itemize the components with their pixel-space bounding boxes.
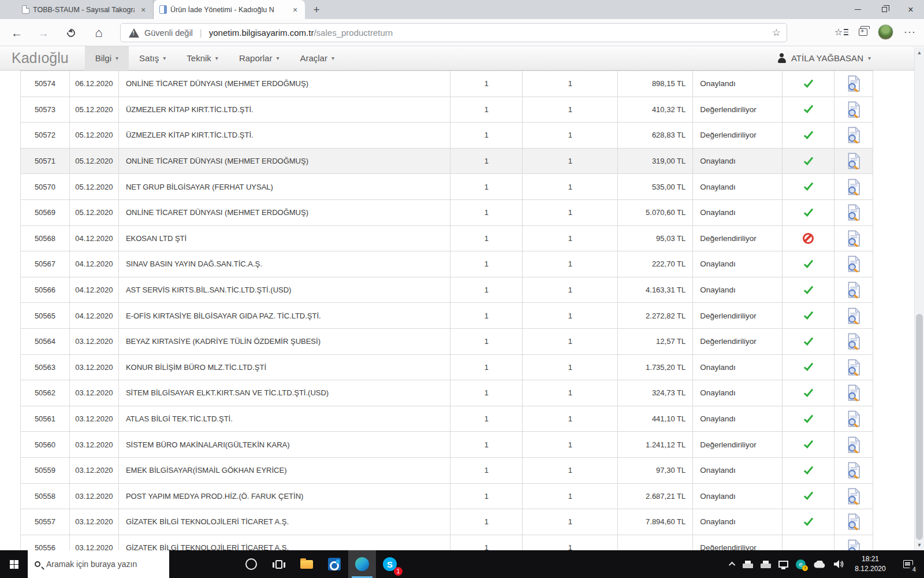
quantity-2: 1 xyxy=(523,251,618,277)
menu-araclar[interactable]: Araçlar▾ xyxy=(289,46,345,71)
add-favorite-star-icon[interactable]: ☆ xyxy=(772,27,781,39)
table-row[interactable]: 50565 04.12.2020 E-OFİS KIRTASİYE BİLGİS… xyxy=(20,303,873,329)
approved-check-icon xyxy=(803,129,813,139)
edge-button[interactable] xyxy=(348,550,376,578)
view-document-icon[interactable] xyxy=(846,75,862,92)
view-document-icon[interactable] xyxy=(846,539,862,550)
menu-teknik[interactable]: Teknik▾ xyxy=(176,46,229,71)
doc-cell xyxy=(834,458,873,483)
tab-tobb-staum[interactable]: TOBB-STAUM - Sayısal Takograf × xyxy=(16,0,154,19)
display-icon[interactable] xyxy=(778,561,788,568)
view-document-icon[interactable] xyxy=(846,333,862,350)
back-button[interactable]: ← xyxy=(8,24,25,42)
action-center-button[interactable]: 4 xyxy=(896,550,919,578)
home-button[interactable]: ⌂ xyxy=(90,24,107,42)
menu-raporlar[interactable]: Raporlar▾ xyxy=(229,46,290,71)
doc-cell xyxy=(834,484,873,509)
quantity-1: 1 xyxy=(450,226,523,251)
scroll-up-icon[interactable]: ▲ xyxy=(915,50,924,55)
taskbar-clock[interactable]: 18:21 8.12.2020 xyxy=(852,554,889,575)
view-document-icon[interactable] xyxy=(846,281,862,298)
start-button[interactable] xyxy=(0,550,28,578)
view-document-icon[interactable] xyxy=(846,410,862,427)
collections-icon[interactable] xyxy=(859,28,867,36)
table-row[interactable]: 50559 03.12.2020 EMEK BİLGİSAYAR(İSMAİL … xyxy=(20,458,873,484)
quantity-2: 1 xyxy=(523,97,618,123)
restore-button[interactable] xyxy=(871,0,897,19)
view-document-icon[interactable] xyxy=(846,359,862,376)
view-document-icon[interactable] xyxy=(846,179,862,195)
minimize-button[interactable] xyxy=(844,0,871,19)
outlook-button[interactable] xyxy=(321,550,348,578)
profile-avatar[interactable] xyxy=(878,24,893,40)
file-explorer-button[interactable] xyxy=(293,550,321,578)
user-menu[interactable]: ATİLA YAĞBASAN ▾ xyxy=(777,53,871,63)
close-window-button[interactable]: × xyxy=(897,0,924,19)
view-document-icon[interactable] xyxy=(846,101,862,118)
taskbar-search[interactable]: Aramak için buraya yazın xyxy=(28,550,169,578)
tray-time: 18:21 xyxy=(852,554,889,564)
view-document-icon[interactable] xyxy=(846,488,862,505)
address-bar[interactable]: Güvenli değil | yonetim.bilgisayarim.com… xyxy=(120,23,787,42)
antivirus-warning-icon[interactable]: e xyxy=(796,560,806,569)
table-row[interactable]: 50573 05.12.2020 ÜZMEZLER KİTAP KIRT.TİC… xyxy=(20,97,873,123)
view-document-icon[interactable] xyxy=(846,255,862,272)
table-row[interactable]: 50566 04.12.2020 AST SERVİS KIRTS.BİL.SA… xyxy=(20,277,873,303)
table-row[interactable]: 50570 05.12.2020 NET GRUP BİLGİSAYAR (FE… xyxy=(20,174,873,200)
status-icon-cell xyxy=(783,509,834,535)
view-document-icon[interactable] xyxy=(846,462,862,479)
menu-satis[interactable]: Satış▾ xyxy=(129,46,176,71)
return-date: 03.12.2020 xyxy=(70,406,119,432)
view-document-icon[interactable] xyxy=(846,230,862,247)
forward-button[interactable]: → xyxy=(35,24,52,42)
close-tab-icon[interactable]: × xyxy=(138,5,148,15)
quantity-1: 1 xyxy=(450,174,523,199)
page-scrollbar[interactable]: ▲ ▼ xyxy=(914,47,924,550)
scroll-down-icon[interactable]: ▼ xyxy=(915,542,924,548)
task-view-button[interactable] xyxy=(265,550,293,578)
view-document-icon[interactable] xyxy=(846,127,862,143)
approved-check-icon xyxy=(803,490,813,500)
table-row[interactable]: 50557 03.12.2020 GİZATEK BİLGİ TEKNOLOJİ… xyxy=(20,509,873,535)
table-row[interactable]: 50563 03.12.2020 KONUR BİLİŞİM BÜRO MLZ.… xyxy=(20,355,873,381)
tray-expand-icon[interactable] xyxy=(729,562,735,568)
table-row[interactable]: 50574 06.12.2020 ONLİNE TİCARET DÜNYASI … xyxy=(20,71,873,97)
table-row[interactable]: 50561 03.12.2020 ATLAS BİLGİ TEK.TİC.LTD… xyxy=(20,406,873,432)
table-row[interactable]: 50562 03.12.2020 SİTEM BİLGİSAYAR ELKT.K… xyxy=(20,380,873,406)
skype-button[interactable]: S 1 xyxy=(376,550,404,578)
onedrive-cloud-icon[interactable] xyxy=(813,561,826,568)
table-row[interactable]: 50558 03.12.2020 POST YAPIM MEDYA PROD.H… xyxy=(20,484,873,510)
status-label: Onaylandı xyxy=(693,71,783,97)
view-document-icon[interactable] xyxy=(846,384,862,401)
company-name: SİTEM BİLGİSAYAR ELKT.KIRT.SAN VE TİC.LT… xyxy=(119,380,451,406)
refresh-button[interactable] xyxy=(62,24,80,42)
table-row[interactable]: 50567 04.12.2020 SINAV BASIN YAYIN DAĞ.S… xyxy=(20,251,873,277)
printer-icon[interactable] xyxy=(761,561,771,568)
returns-table-body: 50574 06.12.2020 ONLİNE TİCARET DÜNYASI … xyxy=(20,71,873,550)
browser-menu-icon[interactable]: ··· xyxy=(904,26,916,38)
view-document-icon[interactable] xyxy=(846,204,862,221)
view-document-icon[interactable] xyxy=(846,513,862,530)
new-tab-button[interactable]: + xyxy=(308,2,325,18)
table-row[interactable]: 50556 03.12.2020 GİZATEK BİLGİ TEKNOLOJİ… xyxy=(20,535,873,550)
brand-logo[interactable]: Kadıoğlu xyxy=(12,50,69,66)
cortana-button[interactable] xyxy=(237,550,265,578)
scrollbar-thumb[interactable] xyxy=(916,314,923,540)
printer-icon[interactable] xyxy=(743,561,753,568)
tab-urun-iade[interactable]: Ürün İade Yönetimi - Kadıoğlu N × xyxy=(154,0,305,19)
table-row[interactable]: 50560 03.12.2020 SİSTEM BÜRO MAKİNALARI(… xyxy=(20,432,873,458)
table-row[interactable]: 50571 05.12.2020 ONLİNE TİCARET DÜNYASI … xyxy=(20,149,873,175)
favorites-icon[interactable]: ☆ xyxy=(834,27,848,38)
view-document-icon[interactable] xyxy=(846,307,862,324)
return-date: 03.12.2020 xyxy=(70,380,119,406)
view-document-icon[interactable] xyxy=(846,153,862,169)
table-row[interactable]: 50564 03.12.2020 BEYAZ KIRTASİYE (KADRİY… xyxy=(20,329,873,355)
close-tab-icon[interactable]: × xyxy=(290,5,300,15)
table-row[interactable]: 50568 04.12.2020 EKOSAN LTD ŞTİ 1 1 95,0… xyxy=(20,226,873,252)
menu-bilgi[interactable]: Bilgi▾ xyxy=(85,46,129,71)
tab-title: TOBB-STAUM - Sayısal Takograf xyxy=(33,6,135,14)
table-row[interactable]: 50572 05.12.2020 ÜZMEZLER KİTAP KIRT.TİC… xyxy=(20,123,873,149)
table-row[interactable]: 50569 05.12.2020 ONLİNE TİCARET DÜNYASI … xyxy=(20,200,873,226)
volume-icon[interactable] xyxy=(833,560,844,569)
view-document-icon[interactable] xyxy=(846,436,862,453)
